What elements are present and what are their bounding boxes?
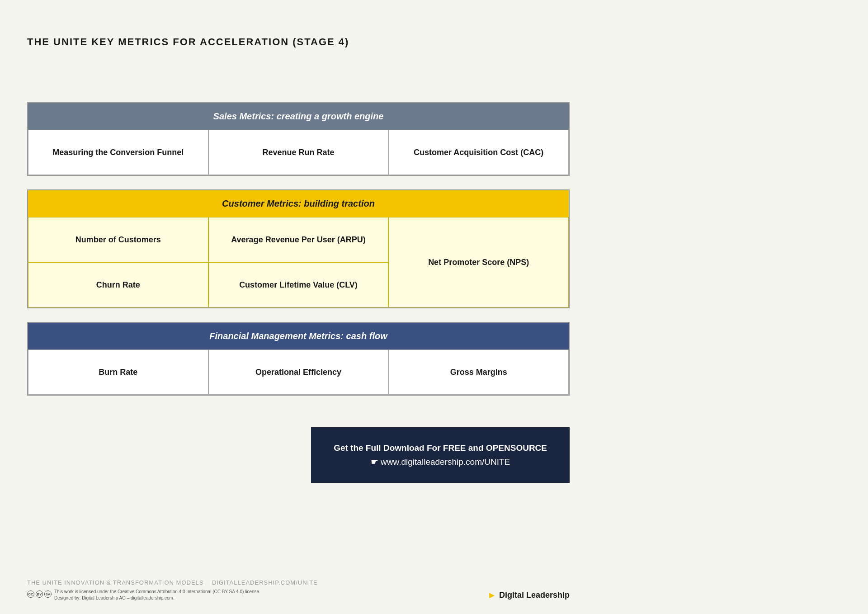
sales-cell-cac: Customer Acquisition Cost (CAC) [388, 130, 569, 175]
footer-license-line1: This work is licensed under the Creative… [54, 589, 260, 594]
financial-cell-gross-margins: Gross Margins [388, 350, 569, 395]
cta-area: Get the Full Download For FREE and OPENS… [27, 409, 570, 483]
footer-brand-text: THE UNITE INNOVATION & TRANSFORMATION MO… [27, 579, 203, 586]
financial-cell-operational: Operational Efficiency [208, 350, 389, 395]
sales-section: Sales Metrics: creating a growth engine … [27, 102, 570, 176]
financial-cell-burn-rate: Burn Rate [28, 350, 208, 395]
footer-license: This work is licensed under the Creative… [54, 588, 260, 600]
cc-icon-cc: CC [27, 590, 34, 598]
footer-left: THE UNITE INNOVATION & TRANSFORMATION MO… [27, 579, 318, 600]
customer-section-header: Customer Metrics: building traction [28, 190, 569, 217]
cc-icon-by: BY [36, 590, 43, 598]
cta-line1: Get the Full Download For FREE and OPENS… [334, 443, 547, 453]
footer-website: digitalleadership.com/UNITE [212, 579, 318, 586]
sales-cells-row: Measuring the Conversion Funnel Revenue … [28, 130, 569, 175]
customer-cell-nps: Net Promoter Score (NPS) [388, 217, 569, 307]
arrow-icon: ► [487, 590, 496, 600]
footer-right: ► Digital Leadership [487, 590, 570, 600]
customer-cell-clv: Customer Lifetime Value (CLV) [208, 262, 389, 307]
cta-box[interactable]: Get the Full Download For FREE and OPENS… [311, 427, 570, 483]
customer-cells-grid: Number of Customers Average Revenue Per … [28, 217, 569, 307]
cc-icon-sa: SA [44, 590, 52, 598]
footer-right-brand: Digital Leadership [499, 590, 570, 600]
customer-section: Customer Metrics: building traction Numb… [27, 189, 570, 308]
page-title: THE UNITE KEY METRICS FOR ACCELERATION (… [27, 36, 570, 48]
sales-section-header: Sales Metrics: creating a growth engine [28, 103, 569, 130]
sales-cell-conversion-funnel: Measuring the Conversion Funnel [28, 130, 208, 175]
financial-section: Financial Management Metrics: cash flow … [27, 322, 570, 396]
footer: THE UNITE INNOVATION & TRANSFORMATION MO… [27, 579, 570, 600]
footer-license-line2: Designed by: Digital Leadership AG – dig… [54, 595, 260, 600]
customer-cell-number: Number of Customers [28, 217, 208, 262]
financial-section-header: Financial Management Metrics: cash flow [28, 323, 569, 350]
cta-line2: ☛ www.digitalleadership.com/UNITE [334, 457, 547, 467]
cc-icons: CC BY SA [27, 590, 52, 598]
sales-cell-revenue-run-rate: Revenue Run Rate [208, 130, 389, 175]
customer-cell-churn: Churn Rate [28, 262, 208, 307]
financial-cells-row: Burn Rate Operational Efficiency Gross M… [28, 350, 569, 395]
customer-cell-arpu: Average Revenue Per User (ARPU) [208, 217, 389, 262]
footer-brand: THE UNITE INNOVATION & TRANSFORMATION MO… [27, 579, 318, 586]
